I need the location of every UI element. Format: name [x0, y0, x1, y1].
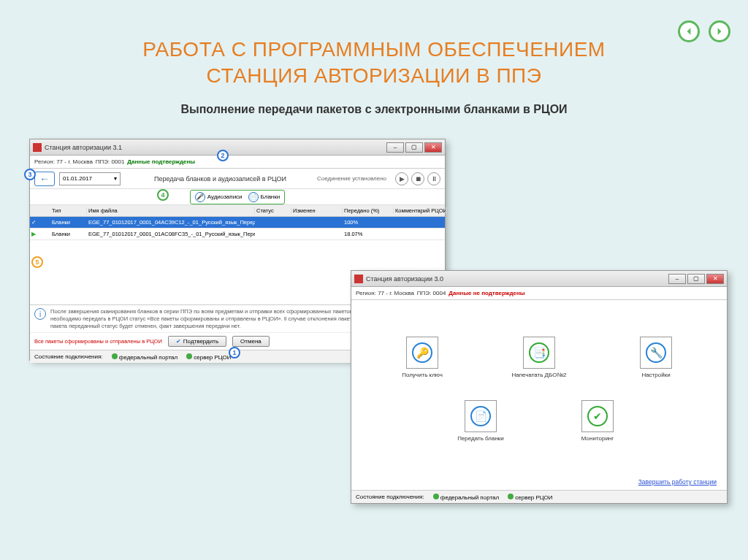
connection-status: Соединение установлено [317, 175, 386, 182]
data-status: Данные не подтверждены [449, 290, 524, 296]
marker-3: 3 [24, 169, 36, 180]
info-icon: i [34, 308, 46, 320]
titlebar: Станция авторизации 3.0 – ▢ ✕ [351, 271, 727, 287]
region-bar: Регион: 77 - г. Москва ППЭ: 0004 Данные … [351, 287, 727, 300]
col-status: Статус [255, 207, 291, 214]
marker-2: 2 [217, 150, 229, 161]
mode-group: 🎤Аудиозаписи 📄Бланки [190, 190, 286, 204]
marker-1: 1 [229, 347, 240, 358]
mic-icon: 🎤 [195, 192, 205, 202]
col-type: Тип [50, 207, 87, 214]
docs-icon: 📄 [470, 406, 491, 426]
date-picker[interactable]: 01.01.2017▾ [59, 172, 121, 185]
ppe-label: ППЭ: 0001 [96, 158, 125, 165]
pause-icon[interactable]: ⏸ [427, 172, 440, 185]
row-icon: ✓ [30, 219, 50, 226]
minimize-button[interactable]: – [386, 142, 404, 153]
window-title: Станция авторизации 3.0 [366, 275, 443, 283]
table-row[interactable]: ▶ Бланки EGE_77_01012017_0001_01AC08FC35… [30, 229, 445, 240]
col-file: Имя файла [87, 207, 255, 214]
back-button[interactable]: ← [34, 172, 55, 186]
tile-monitoring[interactable]: ✔ Мониторинг [565, 400, 630, 442]
ppe-label: ППЭ: 0004 [417, 290, 446, 296]
statusbar: Состояние подключения: федеральный порта… [351, 490, 727, 503]
app-icon [33, 143, 42, 152]
red-note: Все пакеты сформированы и отправлены в Р… [34, 338, 162, 345]
check-icon: ✔ [176, 338, 181, 345]
col-comm: Комментарий РЦОИ [394, 207, 446, 214]
marker-5: 5 [31, 256, 43, 268]
play-icon[interactable]: ▶ [395, 172, 408, 185]
row-icon: ▶ [30, 231, 50, 237]
doc-icon: 📄 [248, 192, 259, 202]
stop-link[interactable]: Завершить работу станции [638, 478, 717, 486]
key-icon: 🔑 [412, 342, 432, 363]
close-button[interactable]: ✕ [706, 274, 724, 284]
minimize-button[interactable]: – [668, 274, 686, 284]
next-slide-button[interactable] [709, 20, 730, 42]
status-dot-icon [112, 353, 118, 359]
status-dot-icon [186, 353, 192, 359]
audio-button[interactable]: 🎤Аудиозаписи [195, 192, 243, 202]
tile-get-key[interactable]: 🔑 Получить ключ [389, 337, 455, 378]
region-bar: Регион: 77 - г. Москва ППЭ: 0001 Данные … [30, 156, 445, 169]
prev-slide-button[interactable] [678, 20, 700, 42]
close-button[interactable]: ✕ [424, 142, 442, 153]
region-label: Регион: 77 - г. Москва [34, 158, 93, 165]
col-pct: Передано (%) [343, 207, 394, 214]
mode-toolbar: 🎤Аудиозаписи 📄Бланки [30, 189, 445, 205]
tile-settings[interactable]: 🔧 Настройки [623, 337, 689, 378]
tile-transfer[interactable]: 📄 Передать бланки [448, 400, 514, 442]
window-title: Станция авторизации 3.1 [45, 144, 122, 151]
region-label: Регион: 77 - г. Москва [356, 290, 414, 296]
window-main-menu: Станция авторизации 3.0 – ▢ ✕ Регион: 77… [351, 270, 728, 504]
tile-print[interactable]: 📑 Напечатать ДБО№2 [506, 337, 572, 378]
status-dot-icon [508, 494, 514, 499]
marker-4: 4 [157, 189, 169, 201]
monitor-icon: ✔ [587, 406, 608, 426]
grid-header: Тип Имя файла Статус Изменен Передано (%… [30, 205, 445, 217]
print-icon: 📑 [529, 342, 549, 363]
toolbar: ← 01.01.2017▾ Передача бланков и аудиоза… [30, 169, 445, 189]
titlebar: Станция авторизации 3.1 – ▢ ✕ [30, 139, 445, 156]
title-line2: СТАНЦИЯ АВТОРИЗАЦИИ В ППЭ [207, 64, 542, 87]
status-conn-label: Состояние подключения: [356, 494, 424, 500]
section-title: Передача бланков и аудиозаписей в РЦОИ [154, 175, 286, 183]
stop-icon[interactable]: ⏹ [411, 172, 424, 185]
maximize-button[interactable]: ▢ [687, 274, 705, 284]
dropdown-icon: ▾ [114, 175, 117, 182]
slide-subtitle: Выполнение передачи пакетов с электронны… [0, 103, 748, 116]
wrench-icon: 🔧 [646, 342, 666, 363]
tiles-area: 🔑 Получить ключ 📑 Напечатать ДБО№2 🔧 Нас… [351, 300, 727, 449]
title-line1: РАБОТА С ПРОГРАММНЫМ ОБЕСПЕЧЕНИЕМ [142, 38, 605, 61]
data-status: Данные подтверждены [127, 158, 195, 165]
col-changed: Изменен [291, 207, 343, 214]
blanks-button[interactable]: 📄Бланки [248, 192, 280, 202]
maximize-button[interactable]: ▢ [405, 142, 423, 153]
cancel-button[interactable]: Отмена [232, 336, 270, 347]
app-icon [354, 275, 363, 283]
status-conn-label: Состояние подключения: [34, 353, 103, 360]
status-dot-icon [433, 494, 439, 499]
confirm-button[interactable]: ✔Подтвердить [168, 336, 226, 347]
slide-title: РАБОТА С ПРОГРАММНЫМ ОБЕСПЕЧЕНИЕМ СТАНЦИ… [0, 0, 748, 90]
table-row[interactable]: ✓ Бланки EGE_77_01012017_0001_04AC39C12_… [30, 217, 445, 229]
